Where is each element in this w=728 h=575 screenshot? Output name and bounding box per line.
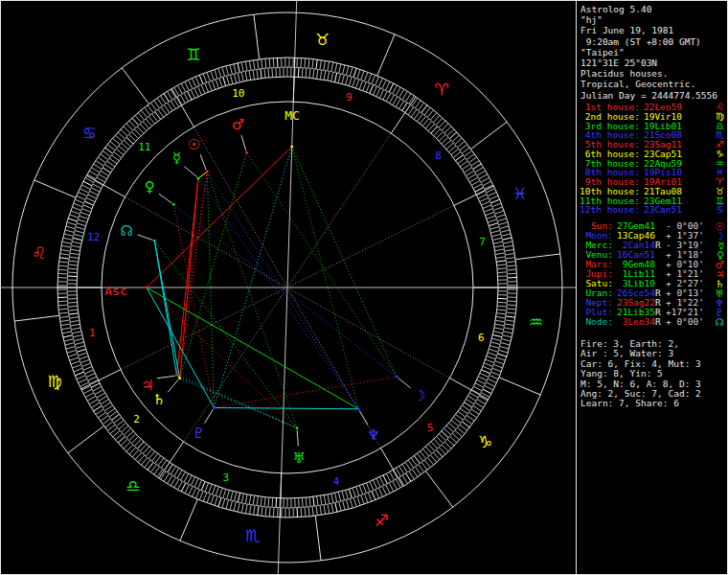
sign-boundary-line [180, 499, 197, 540]
degree-tick [494, 328, 504, 330]
degree-tick [480, 373, 489, 377]
house-cusp-line [125, 197, 287, 288]
degree-tick [408, 107, 414, 115]
degree-tick [353, 68, 356, 78]
degree-tick [473, 164, 481, 169]
degree-tick [234, 502, 236, 512]
degree-tick [58, 305, 68, 306]
degree-tick [80, 212, 89, 215]
degree-tick [70, 320, 80, 322]
degree-tick [481, 201, 489, 205]
degree-tick [145, 460, 150, 468]
aspect-line-opposition [207, 172, 358, 409]
planet-degree-dot [172, 203, 175, 206]
sign-boundary-line [377, 34, 395, 76]
degree-tick [463, 422, 470, 427]
degree-tick [399, 101, 404, 108]
degree-tick [230, 75, 233, 84]
degree-tick [433, 115, 440, 122]
degree-tick [491, 234, 501, 236]
planet-pointer-line [168, 380, 178, 392]
degree-tick [494, 245, 504, 247]
house-cusp-line [287, 288, 449, 378]
header-line: Astrolog 5.40 [580, 4, 717, 14]
degree-tick [455, 430, 463, 436]
planet-degree-dot [197, 177, 200, 180]
degree-tick [95, 390, 103, 395]
degree-tick [491, 338, 501, 340]
zodiac-sign-icon: ♏ [245, 526, 260, 545]
house-cusp-line [184, 288, 287, 442]
degree-tick [498, 298, 508, 299]
house-number: 5 [427, 422, 434, 434]
degree-tick [456, 414, 464, 420]
degree-tick [331, 72, 333, 81]
degree-tick [67, 299, 77, 300]
degree-tick [161, 107, 167, 115]
degree-tick [306, 497, 307, 507]
degree-tick [121, 129, 127, 136]
degree-tick [414, 456, 420, 464]
degree-tick [129, 448, 136, 454]
degree-tick [299, 498, 300, 508]
degree-tick [71, 245, 80, 247]
degree-tick [473, 184, 482, 189]
degree-tick [396, 99, 400, 107]
degree-tick [67, 222, 77, 225]
degree-tick [416, 467, 421, 474]
degree-tick [69, 317, 79, 318]
degree-tick [430, 455, 436, 463]
degree-tick [442, 445, 448, 451]
zodiac-sign-icon: ♓ [512, 184, 527, 203]
degree-tick [324, 70, 326, 80]
degree-tick [97, 393, 105, 398]
degree-tick [75, 231, 84, 234]
degree-tick [141, 110, 147, 118]
degree-tick [416, 101, 421, 108]
degree-tick [465, 150, 472, 156]
degree-tick [230, 501, 233, 511]
degree-tick [495, 324, 505, 326]
degree-tick [462, 148, 469, 153]
degree-tick [272, 68, 273, 78]
degree-tick [201, 482, 205, 491]
degree-tick [253, 70, 255, 80]
degree-tick [177, 97, 182, 105]
degree-tick [457, 141, 465, 147]
zodiac-sign-icon: ♋ [82, 124, 97, 143]
aspect-line-square [176, 172, 207, 375]
degree-tick [402, 103, 407, 110]
degree-tick [249, 71, 251, 80]
degree-tick [73, 335, 82, 337]
degree-tick [218, 497, 221, 507]
degree-tick [57, 301, 67, 302]
degree-tick [309, 497, 310, 507]
degree-tick [188, 475, 193, 484]
degree-tick [121, 439, 127, 446]
degree-tick [268, 497, 269, 507]
degree-tick [71, 361, 80, 364]
degree-tick [63, 335, 73, 337]
degree-tick [334, 73, 336, 82]
degree-tick [79, 193, 87, 196]
house-cusp-line [193, 126, 287, 288]
degree-tick [164, 94, 169, 102]
house-cusp-line [287, 133, 391, 288]
degree-tick [135, 452, 142, 459]
aspect-line-opposition [198, 178, 358, 409]
totals-line: Learn: 7, Share: 6 [580, 399, 726, 408]
degree-tick [126, 445, 133, 451]
degree-tick [402, 464, 407, 472]
degree-tick [184, 473, 189, 482]
degree-tick [115, 135, 122, 142]
degree-tick [60, 249, 70, 251]
degree-tick [241, 503, 243, 513]
degree-tick [87, 396, 96, 401]
degree-tick [72, 365, 80, 369]
degree-tick [389, 83, 394, 92]
degree-tick [453, 151, 461, 157]
degree-tick [496, 357, 505, 360]
degree-tick [81, 363, 90, 367]
degree-tick [320, 70, 322, 80]
degree-tick [453, 417, 461, 423]
